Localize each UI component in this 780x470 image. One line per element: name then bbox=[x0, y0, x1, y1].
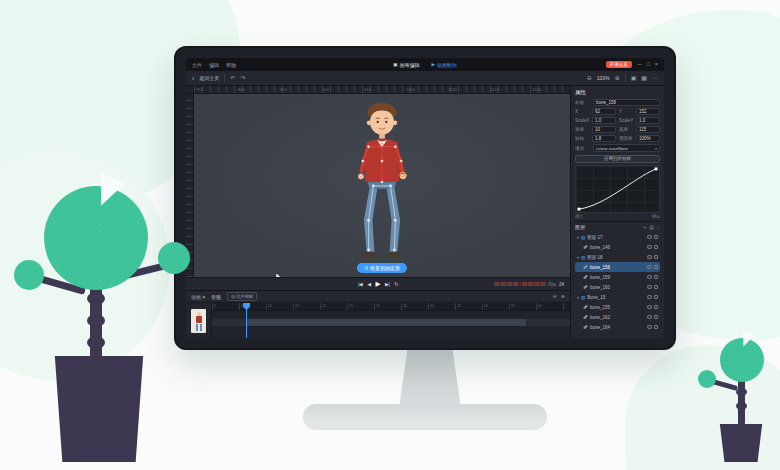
zoom-in-icon[interactable]: ⊕ bbox=[615, 75, 620, 81]
visibility-icon[interactable] bbox=[647, 235, 652, 239]
apply-all-frames-button[interactable]: 应用到所有帧 bbox=[575, 155, 660, 163]
layer-row[interactable]: bone_146 bbox=[575, 242, 660, 252]
layer-row[interactable]: bone_159 bbox=[575, 272, 660, 282]
group-layers-icon[interactable]: ▤ bbox=[649, 225, 654, 230]
property-input[interactable]: 152 bbox=[636, 108, 660, 115]
mode-tab[interactable]: ▶动画制作 bbox=[431, 62, 456, 68]
visibility-icon[interactable] bbox=[647, 295, 652, 299]
visibility-icon[interactable] bbox=[647, 325, 652, 329]
visibility-icon[interactable] bbox=[647, 275, 652, 279]
main-area: 7508008509009501000105011001150 bbox=[186, 86, 664, 338]
easing-select[interactable]: Linear easeNone ▾ bbox=[593, 144, 660, 152]
add-layer-icon[interactable]: + bbox=[643, 225, 646, 230]
timeline-panel: 动画 ▾骨骼 自动关键帧 ⊖ ⊕ bbox=[186, 290, 570, 338]
character[interactable] bbox=[337, 98, 427, 270]
zoom-level: 100% bbox=[597, 75, 610, 81]
close-button[interactable]: × bbox=[655, 62, 658, 68]
undo-icon[interactable]: ↶ bbox=[230, 75, 235, 81]
timeline-tab[interactable]: 骨骼 bbox=[211, 294, 221, 300]
lock-icon[interactable] bbox=[654, 295, 658, 299]
skip-start-button[interactable]: |◀ bbox=[358, 282, 362, 287]
mode-tab[interactable]: ▣画布编辑 bbox=[393, 62, 419, 68]
play-button[interactable]: ▶ bbox=[376, 281, 381, 288]
more-icon[interactable]: ⋯ bbox=[652, 75, 658, 81]
lock-icon[interactable] bbox=[654, 285, 658, 289]
lock-icon[interactable] bbox=[654, 315, 658, 319]
chevron-down-icon[interactable]: ▾ bbox=[577, 295, 579, 300]
mode-tab-label: 画布编辑 bbox=[399, 62, 419, 68]
bone-name-field[interactable]: bone_158 bbox=[593, 99, 660, 106]
ruler-number: 1100 bbox=[488, 86, 530, 93]
step-back-button[interactable]: ◀ bbox=[367, 282, 370, 287]
zoom-out-icon[interactable]: ⊖ bbox=[587, 75, 592, 81]
menu-item[interactable]: 编辑 bbox=[209, 62, 219, 68]
layer-row[interactable]: bone_158 bbox=[575, 262, 660, 272]
layer-row[interactable]: bone_164 bbox=[575, 322, 660, 332]
layer-row[interactable]: bone_160 bbox=[575, 282, 660, 292]
plant-stem-bump bbox=[736, 388, 747, 396]
timecode: 00:00:00:00 / 00:00:03:00 bbox=[494, 282, 545, 287]
reset-pose-button[interactable]: ↺ 恢复初始姿势 bbox=[357, 263, 407, 273]
menu-item[interactable]: 文件 bbox=[192, 62, 202, 68]
step-forward-button[interactable]: ▶| bbox=[385, 282, 389, 287]
lock-icon[interactable] bbox=[654, 255, 658, 259]
redo-icon[interactable]: ↷ bbox=[240, 75, 245, 81]
stage-canvas[interactable]: ↺ 恢复初始姿势 bbox=[194, 94, 570, 277]
layer-row[interactable]: ▾▤图层 18 bbox=[575, 252, 660, 262]
timeline-lane[interactable]: 051015202530354045505560 bbox=[212, 303, 570, 338]
fps-value[interactable]: 24 bbox=[559, 282, 564, 287]
lock-icon[interactable] bbox=[654, 325, 658, 329]
visibility-icon[interactable] bbox=[647, 285, 652, 289]
visibility-icon[interactable] bbox=[647, 245, 652, 249]
property-input[interactable]: 115 bbox=[636, 126, 660, 133]
fit-screen-icon[interactable]: ▣ bbox=[631, 75, 637, 81]
timeline-thumbnail[interactable] bbox=[191, 309, 206, 333]
timeline-zoom-in-icon[interactable]: ⊕ bbox=[561, 294, 565, 299]
minimize-button[interactable]: ─ bbox=[638, 62, 642, 68]
property-label: X bbox=[575, 109, 591, 114]
timeline-zoom-out-icon[interactable]: ⊖ bbox=[553, 294, 557, 299]
canvas-column: 7508008509009501000105011001150 bbox=[186, 86, 570, 338]
history-icons: ↶↷ bbox=[230, 75, 245, 81]
property-input[interactable]: 1.8 bbox=[592, 135, 616, 142]
easing-curve-editor[interactable] bbox=[575, 165, 660, 213]
timeline-zoom: ⊖ ⊕ bbox=[553, 294, 565, 299]
lock-icon[interactable] bbox=[654, 275, 658, 279]
folder-icon: ▤ bbox=[581, 235, 585, 240]
delete-layer-icon[interactable]: − bbox=[657, 225, 660, 230]
layers-header: 图层 +▤− bbox=[575, 221, 660, 230]
layer-row[interactable]: ▾▤Bone_15 bbox=[575, 292, 660, 302]
visibility-icon[interactable] bbox=[647, 305, 652, 309]
property-input[interactable]: 10 bbox=[592, 126, 616, 133]
layer-row[interactable]: ▾▤图层 17 bbox=[575, 232, 660, 242]
name-label: 名称 bbox=[575, 100, 591, 105]
visibility-icon[interactable] bbox=[647, 255, 652, 259]
lock-icon[interactable] bbox=[654, 305, 658, 309]
grid-icon[interactable]: ▦ bbox=[641, 75, 647, 81]
frame-ruler[interactable]: 051015202530354045505560 bbox=[212, 303, 570, 311]
visibility-icon[interactable] bbox=[647, 265, 652, 269]
lock-icon[interactable] bbox=[654, 265, 658, 269]
property-input[interactable]: 1.0 bbox=[636, 117, 660, 124]
layer-row[interactable]: bone_162 bbox=[575, 312, 660, 322]
layer-row[interactable]: bone_155 bbox=[575, 302, 660, 312]
back-home-button[interactable]: 返回主页 bbox=[199, 75, 219, 81]
animation-clip[interactable] bbox=[246, 319, 526, 326]
vip-button[interactable]: 开通会员 bbox=[606, 61, 632, 68]
chevron-down-icon[interactable]: ▾ bbox=[577, 235, 579, 240]
layer-name: 图层 17 bbox=[587, 235, 645, 240]
property-input[interactable]: 100% bbox=[636, 135, 660, 142]
ruler-horizontal: 7508008509009501000105011001150 bbox=[186, 86, 570, 94]
chevron-down-icon[interactable]: ▾ bbox=[577, 255, 579, 260]
visibility-icon[interactable] bbox=[647, 315, 652, 319]
property-input[interactable]: 62 bbox=[592, 108, 616, 115]
menu-item[interactable]: 帮助 bbox=[226, 62, 236, 68]
timeline-track-head bbox=[186, 303, 212, 338]
property-input[interactable]: 1.0 bbox=[592, 117, 616, 124]
maximize-button[interactable]: □ bbox=[646, 62, 649, 68]
lock-icon[interactable] bbox=[654, 245, 658, 249]
timeline-tab[interactable]: 动画 ▾ bbox=[191, 294, 205, 300]
lock-icon[interactable] bbox=[654, 235, 658, 239]
loop-button[interactable]: ↻ bbox=[394, 282, 398, 287]
auto-keyframe-toggle[interactable]: 自动关键帧 bbox=[227, 292, 258, 301]
